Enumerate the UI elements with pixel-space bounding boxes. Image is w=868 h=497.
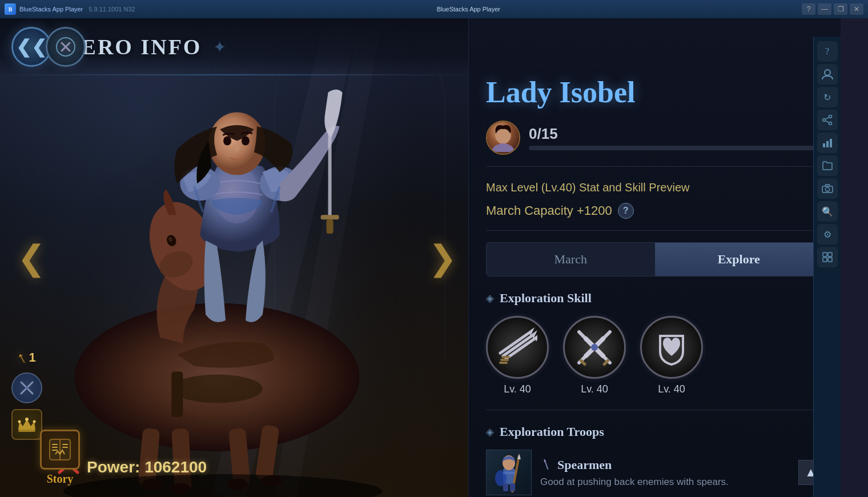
- svg-rect-89: [823, 258, 827, 262]
- hero-avatar: [486, 121, 520, 155]
- sidebar-extra-icon[interactable]: [817, 247, 838, 267]
- svg-rect-58: [501, 356, 510, 358]
- spear-icon: ↑: [14, 348, 30, 368]
- svg-rect-21: [321, 215, 339, 219]
- troop-name: Spearmen: [557, 458, 612, 472]
- svg-point-63: [591, 344, 598, 351]
- svg-rect-47: [62, 447, 68, 448]
- sword-skill-button[interactable]: [11, 372, 42, 403]
- story-icon: [40, 430, 80, 470]
- right-panel: Lady Isobel 0/15 Max Level (Lv: [468, 18, 841, 497]
- sidebar-refresh-icon[interactable]: ↻: [817, 87, 838, 107]
- next-hero-button[interactable]: ❯: [428, 238, 457, 278]
- skill-item-3[interactable]: Lv. 40: [640, 316, 703, 395]
- prev-hero-button[interactable]: ❮: [17, 238, 46, 278]
- minimize-button[interactable]: —: [818, 3, 831, 15]
- title-bar: B BlueStacks App Player 5.9.11.1001 N32 …: [0, 0, 868, 18]
- story-label: Story: [47, 472, 74, 486]
- svg-line-51: [506, 339, 535, 359]
- svg-rect-17: [171, 372, 183, 418]
- window-controls: ? — ❐ ✕: [802, 3, 863, 15]
- svg-rect-73: [503, 472, 515, 474]
- share-icon: [822, 115, 833, 125]
- march-capacity-text: March Capacity +1200: [486, 203, 612, 218]
- arrow-skill-icon: [497, 327, 537, 367]
- march-tab[interactable]: March: [487, 243, 655, 276]
- crown-icon: [17, 416, 37, 433]
- max-level-preview: Max Level (Lv.40) Stat and Skill Preview: [486, 181, 823, 194]
- skill-level-2: Lv. 40: [581, 383, 608, 395]
- hero-progress-row: 0/15: [486, 121, 823, 167]
- svg-rect-72: [510, 483, 515, 491]
- hero-name: Lady Isobel: [486, 75, 823, 109]
- troop-spear-icon: [538, 456, 555, 475]
- troop-row: Spearmen Good at pushing back enemies wi…: [486, 450, 823, 495]
- march-capacity-row: March Capacity +1200 ?: [486, 203, 823, 231]
- exploration-skill-header: ◈ Exploration Skill: [486, 291, 823, 306]
- sidebar-share-icon[interactable]: [817, 110, 838, 130]
- sidebar-stats-icon[interactable]: [817, 133, 838, 153]
- sword-skill-icon: [574, 327, 614, 367]
- info-icon[interactable]: ?: [618, 203, 634, 219]
- svg-rect-90: [828, 258, 832, 262]
- close-button[interactable]: ✕: [850, 3, 863, 15]
- sidebar-help-icon[interactable]: ?: [817, 41, 838, 62]
- sidebar-search-icon[interactable]: 🔍: [817, 201, 838, 222]
- svg-rect-45: [52, 450, 58, 451]
- story-button[interactable]: Story: [40, 430, 80, 486]
- troop-info: Spearmen Good at pushing back enemies wi…: [540, 458, 790, 488]
- sidebar-folder-icon[interactable]: [817, 155, 838, 176]
- hero-portrait-icon: [489, 123, 517, 152]
- svg-rect-57: [499, 362, 508, 364]
- heart-skill-icon: [652, 327, 692, 367]
- spear-level-badge: ↑ 1: [18, 348, 35, 367]
- svg-point-24: [223, 137, 231, 146]
- svg-line-50: [503, 336, 532, 356]
- troops-section: ◈ Exploration Troops: [486, 424, 823, 495]
- svg-rect-34: [18, 430, 35, 432]
- power-value: Power: 1062100: [87, 458, 207, 476]
- skill-item-2[interactable]: Lv. 40: [563, 316, 626, 395]
- svg-rect-88: [828, 252, 832, 256]
- svg-point-49: [492, 143, 515, 152]
- explore-tab[interactable]: Explore: [655, 243, 823, 276]
- svg-point-76: [825, 70, 830, 75]
- skill-icon-1: [486, 316, 549, 379]
- svg-point-79: [829, 122, 831, 125]
- svg-point-36: [18, 420, 21, 423]
- app-name: BlueStacks App Player: [19, 6, 83, 13]
- section-diamond-icon-2: ◈: [486, 426, 494, 438]
- svg-rect-75: [545, 462, 549, 470]
- restore-button[interactable]: ❐: [834, 3, 847, 15]
- hero-progress-text: 0/15: [529, 125, 823, 143]
- svg-point-26: [234, 144, 240, 152]
- crown-button[interactable]: [11, 409, 42, 440]
- svg-rect-22: [327, 219, 333, 234]
- svg-marker-74: [543, 458, 546, 462]
- hero-close-button[interactable]: [46, 27, 86, 67]
- troop-description: Good at pushing back enemies with spears…: [540, 476, 790, 488]
- sidebar-account-icon[interactable]: [817, 64, 838, 85]
- exploration-troops-title: Exploration Troops: [500, 424, 604, 439]
- skill-item-1[interactable]: Lv. 40: [486, 316, 549, 395]
- svg-point-33: [25, 386, 29, 390]
- skill-icon-2: [563, 316, 626, 379]
- skill-level-3: Lv. 40: [658, 383, 685, 395]
- svg-rect-71: [503, 483, 508, 491]
- svg-point-86: [825, 187, 829, 191]
- sidebar-camera-icon[interactable]: [817, 178, 838, 199]
- sidebar-settings-icon[interactable]: ⚙: [817, 224, 838, 245]
- svg-rect-44: [52, 447, 58, 448]
- header-bottom-line: [0, 74, 468, 75]
- camera-icon: [822, 184, 833, 193]
- svg-point-37: [33, 420, 36, 423]
- svg-line-52: [500, 333, 529, 353]
- game-area: ❮❮ HERO INFO ✦ ❮ ❯ ↑ 1: [0, 18, 841, 497]
- close-x-icon: [55, 37, 76, 57]
- help-button[interactable]: ?: [802, 3, 815, 15]
- svg-rect-83: [826, 141, 829, 147]
- svg-point-77: [829, 115, 831, 118]
- progress-bar-background: [529, 146, 823, 150]
- svg-point-35: [25, 418, 29, 421]
- svg-point-25: [242, 137, 250, 146]
